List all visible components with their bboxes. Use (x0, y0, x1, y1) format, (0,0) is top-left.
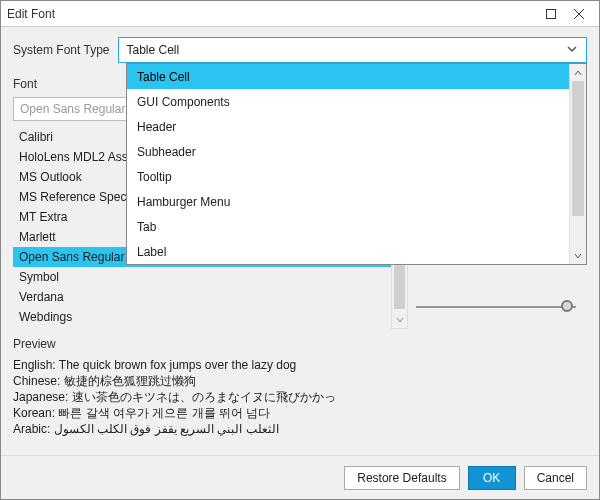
dropdown-scrollbar[interactable] (569, 64, 586, 264)
preview-line: Japanese: 速い茶色のキツネは、のろまなイヌに飛びかかっ (13, 389, 587, 405)
preview-line: Arabic: ‏الثعلب البني السريع يقفز فوق ال… (13, 421, 587, 437)
system-font-type-dropdown: Table CellGUI ComponentsHeaderSubheaderT… (126, 63, 587, 265)
font-list-item[interactable]: Verdana (13, 287, 408, 307)
close-button[interactable] (565, 4, 593, 24)
preview-label: Preview (13, 337, 587, 351)
scroll-down-icon[interactable] (392, 311, 407, 328)
edit-font-dialog: Edit Font System Font Type Table Cell Ta… (0, 0, 600, 500)
dropdown-option[interactable]: Header (127, 114, 569, 139)
preview-line: Korean: 빠른 갈색 여우가 게으른 개를 뛰어 넘다 (13, 405, 587, 421)
dropdown-option[interactable]: Label (127, 239, 569, 264)
scroll-track[interactable] (570, 81, 586, 247)
font-list-item[interactable]: Symbol (13, 267, 408, 287)
dropdown-option[interactable]: Tab (127, 214, 569, 239)
dropdown-option[interactable]: Tooltip (127, 164, 569, 189)
dialog-footer: Restore Defaults OK Cancel (1, 455, 599, 499)
preview-text: English: The quick brown fox jumps over … (13, 357, 587, 437)
dropdown-option[interactable]: Subheader (127, 139, 569, 164)
system-font-type-combo[interactable]: Table Cell (118, 37, 588, 63)
restore-defaults-button[interactable]: Restore Defaults (344, 466, 459, 490)
dialog-content: System Font Type Table Cell Table CellGU… (1, 27, 599, 455)
scroll-down-icon[interactable] (570, 247, 586, 264)
size-slider[interactable] (416, 297, 576, 317)
dropdown-option[interactable]: Hamburger Menu (127, 189, 569, 214)
preview-line: English: The quick brown fox jumps over … (13, 357, 587, 373)
scroll-up-icon[interactable] (570, 64, 586, 81)
slider-rail (416, 306, 576, 308)
svg-rect-0 (547, 9, 556, 18)
dropdown-option[interactable]: GUI Components (127, 89, 569, 114)
font-list-item[interactable]: Webdings (13, 307, 408, 327)
dropdown-option[interactable]: Table Cell (127, 64, 569, 89)
titlebar: Edit Font (1, 1, 599, 27)
window-title: Edit Font (7, 7, 537, 21)
font-search-placeholder: Open Sans Regular (20, 102, 125, 116)
chevron-down-icon (566, 43, 578, 58)
system-font-type-label: System Font Type (13, 43, 110, 57)
maximize-button[interactable] (537, 4, 565, 24)
scroll-thumb[interactable] (572, 81, 584, 216)
cancel-button[interactable]: Cancel (524, 466, 587, 490)
slider-knob[interactable] (561, 300, 573, 312)
preview-line: Chinese: 敏捷的棕色狐狸跳过懒狗 (13, 373, 587, 389)
ok-button[interactable]: OK (468, 466, 516, 490)
combo-value: Table Cell (127, 43, 567, 57)
